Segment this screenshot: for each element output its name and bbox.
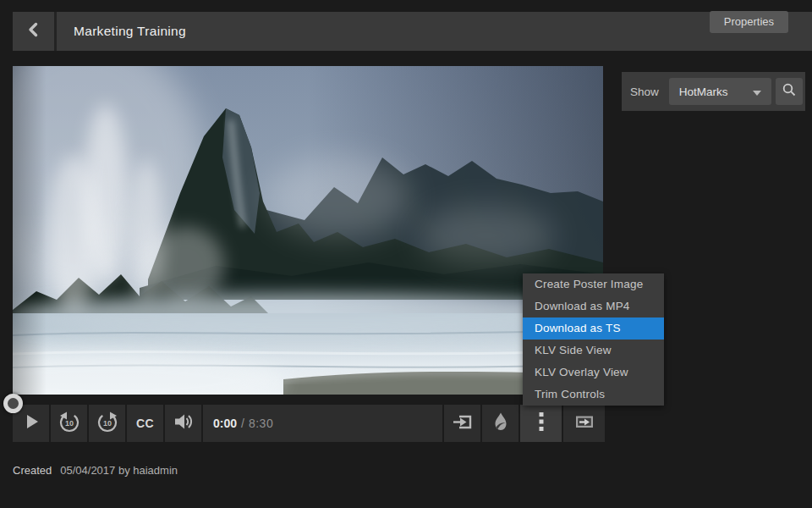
export-button[interactable] bbox=[563, 405, 605, 442]
flame-icon bbox=[491, 411, 511, 436]
boxed-arrow-icon bbox=[573, 411, 595, 436]
rewind-10-button[interactable]: 10 bbox=[51, 405, 87, 442]
created-value: 05/04/2017 by haiadmin bbox=[60, 464, 178, 477]
time-separator: / bbox=[241, 417, 244, 430]
dropdown-value: HotMarks bbox=[679, 86, 728, 98]
menu-item-download-mp4[interactable]: Download as MP4 bbox=[523, 295, 664, 318]
properties-button[interactable]: Properties bbox=[710, 11, 788, 33]
player-control-bar: 10 10 CC bbox=[13, 405, 605, 442]
hotmark-button[interactable] bbox=[482, 405, 518, 442]
forward-10-icon: 10 bbox=[95, 409, 120, 438]
show-label: Show bbox=[630, 86, 659, 98]
volume-icon bbox=[173, 411, 195, 436]
created-label: Created bbox=[13, 464, 52, 477]
forward-10-button[interactable]: 10 bbox=[89, 405, 125, 442]
rewind-10-icon: 10 bbox=[57, 409, 82, 438]
more-options-button[interactable] bbox=[520, 405, 562, 442]
hotmarks-filter-panel: Show HotMarks bbox=[622, 72, 805, 111]
menu-item-download-ts[interactable]: Download as TS bbox=[523, 318, 664, 340]
page: Marketing Training Properties Show HotMa… bbox=[0, 0, 812, 508]
ellipsis-icon bbox=[538, 412, 545, 434]
menu-item-trim-controls[interactable]: Trim Controls bbox=[523, 384, 664, 406]
back-button[interactable] bbox=[13, 12, 57, 51]
insert-marker-button[interactable] bbox=[444, 405, 480, 442]
play-icon bbox=[22, 412, 41, 434]
menu-item-klv-overlay-view[interactable]: KLV Overlay View bbox=[523, 362, 664, 384]
search-icon bbox=[782, 82, 797, 101]
svg-text:10: 10 bbox=[64, 419, 73, 428]
menu-item-create-poster-image[interactable]: Create Poster Image bbox=[523, 273, 664, 295]
time-current: 0:00 bbox=[213, 417, 237, 430]
svg-text:10: 10 bbox=[102, 419, 111, 428]
page-title: Marketing Training bbox=[57, 12, 186, 51]
time-display: 0:00 / 8:30 bbox=[203, 405, 442, 442]
search-button[interactable] bbox=[776, 78, 803, 105]
created-info: Created05/04/2017 by haiadmin bbox=[13, 464, 178, 477]
context-menu: Create Poster Image Download as MP4 Down… bbox=[523, 273, 664, 406]
arrow-into-box-icon bbox=[452, 411, 474, 436]
chevron-left-icon bbox=[25, 21, 42, 41]
video-frame bbox=[13, 66, 603, 395]
header-bar: Marketing Training bbox=[13, 12, 812, 51]
caret-down-icon bbox=[753, 84, 761, 99]
hotmarks-dropdown[interactable]: HotMarks bbox=[669, 78, 771, 105]
cc-label: CC bbox=[136, 417, 154, 430]
closed-captions-button[interactable]: CC bbox=[127, 405, 163, 442]
time-duration: 8:30 bbox=[249, 417, 273, 430]
menu-item-klv-side-view[interactable]: KLV Side View bbox=[523, 340, 664, 362]
video-viewport[interactable] bbox=[13, 66, 603, 395]
volume-button[interactable] bbox=[165, 405, 201, 442]
seek-scrubber[interactable] bbox=[3, 394, 23, 413]
